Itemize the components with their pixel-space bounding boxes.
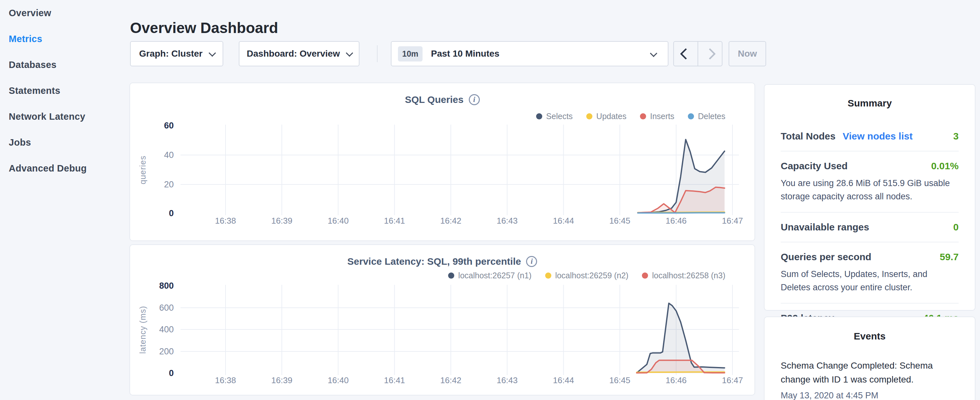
dashboard-dropdown[interactable]: Dashboard: Overview bbox=[239, 41, 360, 66]
x-tick-label: 16:42 bbox=[440, 216, 461, 226]
time-next-button[interactable] bbox=[698, 42, 722, 66]
time-range-badge: 10m bbox=[398, 46, 423, 62]
summary-panel: Summary Total NodesView nodes list3Capac… bbox=[764, 84, 975, 311]
sidebar-item-advanced-debug[interactable]: Advanced Debug bbox=[0, 155, 129, 181]
x-tick-label: 16:41 bbox=[384, 216, 405, 226]
sql-queries-chart: 16:3816:3916:4016:4116:4216:4316:4416:45… bbox=[130, 83, 756, 242]
events-panel: Events Schema Change Completed: Schema c… bbox=[764, 317, 975, 400]
events-title: Events bbox=[781, 331, 959, 342]
y-tick-label: 40 bbox=[164, 150, 174, 160]
x-tick-label: 16:46 bbox=[665, 375, 687, 385]
y-tick-label: 20 bbox=[164, 180, 174, 189]
y-tick-label: 60 bbox=[164, 121, 174, 131]
service-latency-chart-card: Service Latency: SQL, 99th percentile i … bbox=[129, 244, 755, 395]
summary-row-value: 0 bbox=[953, 222, 959, 233]
time-range-label: Past 10 Minutes bbox=[431, 49, 500, 59]
y-axis-unit-label: queries bbox=[138, 156, 147, 185]
series-line-deletes bbox=[638, 213, 724, 213]
sidebar: OverviewMetricsDatabasesStatementsNetwor… bbox=[0, 0, 129, 400]
x-tick-label: 16:38 bbox=[215, 216, 236, 226]
event-message: Schema Change Completed: Schema change w… bbox=[781, 359, 959, 387]
summary-row-label: Unavailable ranges bbox=[781, 222, 869, 233]
x-tick-label: 16:46 bbox=[665, 216, 687, 226]
x-tick-label: 16:45 bbox=[609, 375, 630, 385]
y-tick-label: 0 bbox=[169, 368, 174, 378]
summary-title: Summary bbox=[781, 98, 959, 109]
time-pager bbox=[673, 41, 722, 66]
sidebar-nav-list: OverviewMetricsDatabasesStatementsNetwor… bbox=[0, 0, 129, 181]
summary-row-value: 59.7 bbox=[940, 252, 959, 263]
sidebar-item-databases[interactable]: Databases bbox=[0, 52, 129, 78]
x-tick-label: 16:44 bbox=[553, 375, 574, 385]
summary-row-value: 3 bbox=[953, 131, 959, 142]
events-list: Schema Change Completed: Schema change w… bbox=[781, 359, 959, 400]
x-tick-label: 16:43 bbox=[496, 216, 518, 226]
dashboard-label: Dashboard: Overview bbox=[247, 49, 340, 59]
sql-queries-chart-card: SQL Queries i SelectsUpdatesInsertsDelet… bbox=[129, 83, 755, 241]
chevron-right-icon bbox=[704, 48, 716, 59]
summary-row-label: Capacity Used bbox=[781, 161, 848, 172]
chevron-down-icon bbox=[650, 50, 657, 57]
sidebar-item-network-latency[interactable]: Network Latency bbox=[0, 104, 129, 129]
chevron-down-icon bbox=[346, 49, 353, 57]
y-tick-label: 200 bbox=[159, 347, 174, 356]
view-nodes-list-link[interactable]: View nodes list bbox=[843, 131, 912, 142]
time-range-dropdown[interactable]: 10m Past 10 Minutes bbox=[391, 41, 668, 66]
x-tick-label: 16:39 bbox=[272, 375, 293, 385]
x-tick-label: 16:44 bbox=[553, 216, 574, 226]
x-tick-label: 16:39 bbox=[272, 216, 293, 226]
now-button[interactable]: Now bbox=[729, 41, 766, 66]
summary-row-value: 0.01% bbox=[931, 161, 959, 172]
summary-row-description: You are using 28.6 MiB of 515.9 GiB usab… bbox=[781, 177, 959, 203]
x-tick-label: 16:40 bbox=[328, 375, 349, 385]
chevron-down-icon bbox=[209, 49, 216, 57]
page-title: Overview Dashboard bbox=[130, 19, 278, 37]
y-tick-label: 0 bbox=[169, 209, 174, 218]
y-tick-label: 800 bbox=[159, 281, 174, 291]
x-tick-label: 16:42 bbox=[440, 375, 461, 385]
summary-row: Capacity Used0.01%You are using 28.6 MiB… bbox=[781, 151, 959, 212]
summary-row-label: Queries per second bbox=[781, 252, 871, 263]
service-latency-chart: 16:3816:3916:4016:4116:4216:4316:4416:45… bbox=[130, 245, 756, 396]
summary-row: Unavailable ranges0 bbox=[781, 212, 959, 242]
x-tick-label: 16:40 bbox=[328, 216, 349, 226]
y-tick-label: 400 bbox=[159, 325, 174, 334]
summary-row-description: Sum of Selects, Updates, Inserts, and De… bbox=[781, 268, 959, 294]
y-tick-label: 600 bbox=[159, 303, 174, 312]
graph-scope-label: Graph: Cluster bbox=[139, 49, 202, 59]
x-tick-label: 16:38 bbox=[215, 375, 236, 385]
summary-row: Total NodesView nodes list3 bbox=[781, 122, 959, 151]
x-tick-label: 16:45 bbox=[609, 216, 630, 226]
graph-scope-dropdown[interactable]: Graph: Cluster bbox=[130, 41, 223, 66]
sidebar-item-statements[interactable]: Statements bbox=[0, 78, 129, 104]
y-axis-unit-label: latency (ms) bbox=[138, 306, 147, 354]
x-tick-label: 16:43 bbox=[496, 375, 518, 385]
sidebar-item-overview[interactable]: Overview bbox=[0, 0, 129, 26]
event-timestamp: May 13, 2020 at 4:45 PM bbox=[781, 390, 959, 400]
x-tick-label: 16:47 bbox=[722, 216, 743, 226]
x-tick-label: 16:47 bbox=[722, 375, 743, 385]
sidebar-item-jobs[interactable]: Jobs bbox=[0, 129, 129, 155]
summary-row-label: Total Nodes bbox=[781, 131, 835, 142]
chevron-left-icon bbox=[680, 48, 691, 59]
summary-rows: Total NodesView nodes list3Capacity Used… bbox=[781, 122, 959, 333]
controls-divider bbox=[377, 45, 377, 62]
x-tick-label: 16:41 bbox=[384, 375, 405, 385]
summary-row: Queries per second59.7Sum of Selects, Up… bbox=[781, 242, 959, 303]
time-prev-button[interactable] bbox=[674, 42, 698, 66]
sidebar-item-metrics[interactable]: Metrics bbox=[0, 26, 129, 52]
